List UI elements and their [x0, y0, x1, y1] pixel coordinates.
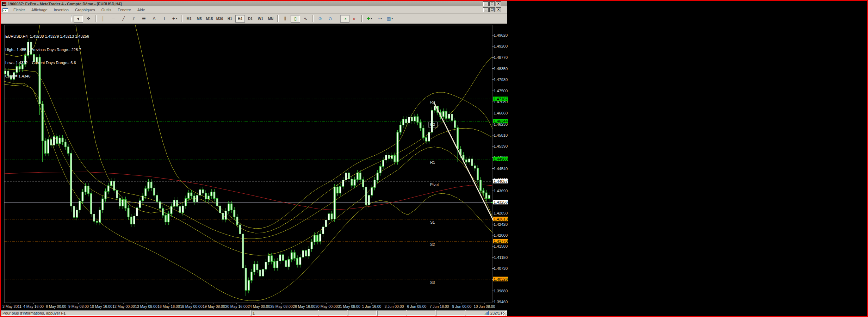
- fxpro-logo-icon: FX PRO: [2, 2, 6, 6]
- candle-body: [428, 132, 430, 141]
- chevron-down-icon: ▾: [176, 17, 178, 20]
- candle-body: [234, 210, 235, 217]
- minimize-button[interactable]: _: [483, 1, 489, 6]
- timeframe-m5-button[interactable]: M5: [194, 15, 204, 23]
- crosshair-button[interactable]: ✛: [84, 15, 93, 23]
- zoom-in-button[interactable]: ⊕: [315, 15, 325, 23]
- candle-body: [314, 235, 315, 242]
- chart-shift-button[interactable]: ⇤: [350, 15, 360, 23]
- low-range-line: Low= 1.4322 Current Days Range= 6.6: [5, 61, 89, 65]
- periods-button[interactable]: ◔▾: [375, 15, 384, 23]
- chart-shift-icon: ⇤: [353, 16, 356, 21]
- toolbar: ➤✛│─╱⫽☰AT✦▾M1M5M15M30H1H4D1W1MN⫼▯∿⊕⊖⇥⇤✚▾…: [1, 14, 507, 24]
- vertical-line-button[interactable]: │: [98, 15, 108, 23]
- fibonacci-button[interactable]: ☰: [139, 15, 149, 23]
- menu-fenetre[interactable]: Fenetre: [114, 7, 134, 13]
- trendline-button[interactable]: ╱: [119, 15, 128, 23]
- fibonacci-icon: ☰: [142, 16, 146, 21]
- zoom-out-button[interactable]: ⊖: [326, 15, 335, 23]
- candle-body: [73, 206, 75, 217]
- candle-body: [99, 210, 101, 222]
- status-bar: Pour plus d'informations, appuyer F1 1 2…: [1, 310, 507, 316]
- candle-body: [248, 280, 249, 290]
- candle-body: [291, 253, 292, 259]
- candle-body: [265, 262, 267, 269]
- candle-body: [454, 120, 456, 128]
- channel-button[interactable]: ⫽: [129, 15, 138, 23]
- child-restore-button[interactable]: ❐: [489, 7, 495, 12]
- timeframe-w1-button[interactable]: W1: [256, 15, 265, 23]
- menu-affichage[interactable]: Affichage: [28, 7, 51, 13]
- connection-signal-icon: [484, 311, 489, 315]
- time-tick-label: 20 May 16:00: [225, 304, 248, 309]
- timeframe-m15-button[interactable]: M15: [205, 15, 214, 23]
- candle-body: [388, 155, 390, 159]
- time-tick-label: 24 May 00:00: [248, 304, 270, 309]
- title-bar[interactable]: FX PRO 1900037: FxPro - MetaTrader 4 - C…: [1, 1, 507, 6]
- menu-graphiques[interactable]: Graphiques: [72, 7, 98, 13]
- menu-fichier[interactable]: Fichier: [10, 7, 28, 13]
- candle-body: [53, 137, 55, 145]
- cursor-button[interactable]: ➤: [74, 15, 83, 23]
- arrows-button[interactable]: ✦▾: [170, 15, 179, 23]
- candlestick-chart-button[interactable]: ▯: [291, 15, 300, 23]
- toolbar-separator: [181, 15, 182, 22]
- candle-body: [191, 193, 192, 196]
- timeframe-h1-button[interactable]: H1: [225, 15, 235, 23]
- child-close-button[interactable]: X: [496, 7, 501, 12]
- candle-body: [205, 193, 206, 199]
- text-label-icon: T: [163, 16, 166, 21]
- templates-button[interactable]: ▦▾: [385, 15, 395, 23]
- timeframe-m30-button[interactable]: M30: [215, 15, 224, 23]
- price-tick-label: 1.49200: [494, 44, 508, 48]
- candle-body: [96, 221, 98, 222]
- candle-body: [279, 255, 281, 261]
- candle-body: [422, 128, 424, 138]
- line-chart-button[interactable]: ∿: [301, 15, 310, 23]
- menu-insertion[interactable]: Insertion: [51, 7, 72, 13]
- toolbar-grip[interactable]: [71, 15, 72, 22]
- candle-body: [213, 192, 215, 199]
- candle-body: [148, 182, 149, 189]
- pointer-icon: ➤: [75, 16, 81, 21]
- candle-body: [271, 256, 272, 261]
- candle-body: [268, 256, 269, 262]
- label-button[interactable]: T: [160, 15, 169, 23]
- candle-body: [328, 214, 330, 220]
- chart-window-icon[interactable]: [2, 8, 8, 12]
- auto-scroll-button[interactable]: ⇥: [340, 15, 349, 23]
- resize-grip[interactable]: [502, 311, 507, 316]
- timeframe-d1-button[interactable]: D1: [246, 15, 255, 23]
- menu-aide[interactable]: Aide: [134, 7, 148, 13]
- candle-body: [365, 187, 367, 205]
- candle-body: [228, 204, 229, 211]
- candle-body: [113, 181, 115, 190]
- candle-body: [385, 155, 387, 160]
- maximize-button[interactable]: □: [489, 1, 495, 6]
- candle-body: [451, 114, 453, 121]
- child-minimize-button[interactable]: _: [483, 7, 489, 12]
- candle-body: [231, 204, 232, 210]
- timeframe-mn-button[interactable]: MN: [266, 15, 275, 23]
- text-button[interactable]: A: [149, 15, 159, 23]
- candle-body: [216, 199, 218, 206]
- chart-area: R3R2R1PivotS1S2S31.496201.492001.487701.…: [1, 24, 508, 310]
- candle-body: [417, 117, 418, 122]
- candle-body: [371, 187, 373, 195]
- timeframe-h4-button[interactable]: H4: [235, 15, 245, 23]
- horizontal-line-button[interactable]: ─: [108, 15, 118, 23]
- candle-body: [225, 211, 227, 219]
- indicators-button[interactable]: ✚▾: [365, 15, 374, 23]
- timeframe-m1-button[interactable]: M1: [184, 15, 194, 23]
- level-label-r1: R1: [430, 160, 435, 164]
- close-button[interactable]: X: [496, 1, 501, 6]
- candle-body: [302, 250, 304, 257]
- status-cell-3: [348, 310, 377, 316]
- candle-body: [193, 196, 195, 202]
- candle-body: [299, 257, 301, 265]
- bar-chart-button[interactable]: ⫼: [280, 15, 290, 23]
- add-indicator-icon: ✚: [367, 16, 370, 21]
- price-tick-label: 1.47930: [494, 77, 508, 82]
- menu-outils[interactable]: Outils: [98, 7, 114, 13]
- candle-body: [122, 199, 124, 206]
